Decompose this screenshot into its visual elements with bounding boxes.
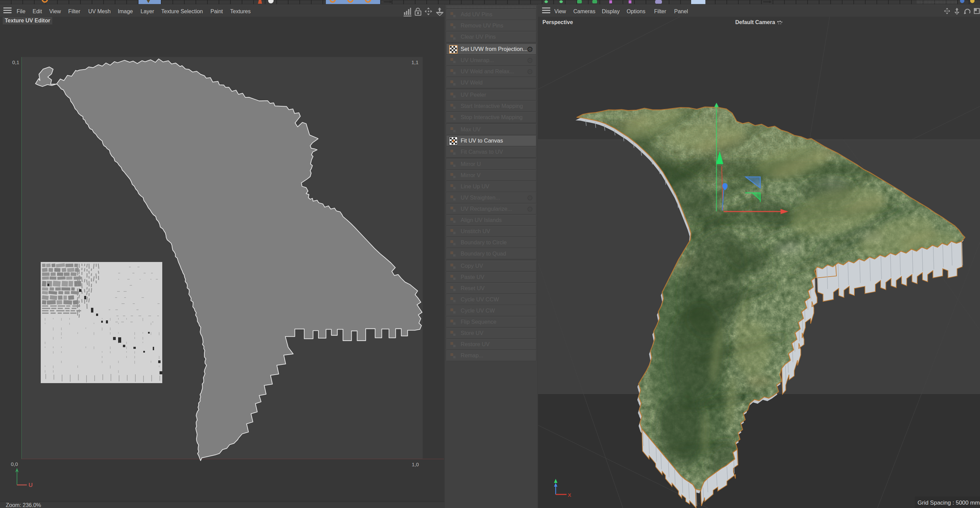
svg-text:U: U — [29, 482, 33, 488]
svg-text:X: X — [568, 492, 571, 498]
